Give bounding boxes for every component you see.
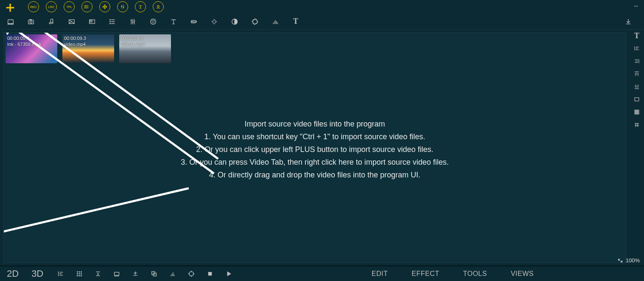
- tpl-button[interactable]: TPL: [64, 1, 75, 12]
- instructions-line: 4. Or directly drag and drop the video f…: [181, 169, 449, 181]
- menu-edit[interactable]: EDIT: [372, 270, 388, 278]
- svg-rect-45: [209, 272, 212, 275]
- overlay-icon[interactable]: [87, 17, 97, 26]
- thumb-name: video1.mp4: [121, 41, 169, 47]
- svg-rect-9: [8, 20, 14, 23]
- grid-icon[interactable]: [633, 121, 641, 129]
- battery-icon[interactable]: [189, 17, 199, 26]
- bottom-chevron-down-icon[interactable]: [93, 269, 103, 278]
- camera-icon[interactable]: [26, 17, 36, 26]
- text-icon[interactable]: [169, 17, 178, 26]
- instructions-overlay: Import source video files into the progr…: [181, 118, 449, 181]
- svg-rect-10: [8, 23, 14, 24]
- sparkle-icon[interactable]: [210, 17, 219, 26]
- svg-point-0: [85, 6, 85, 6]
- instructions-line: 2. Or you can click upper left PLUS butt…: [181, 143, 449, 156]
- instructions-title: Import source video files into the progr…: [181, 118, 449, 130]
- zoom-indicator[interactable]: 100%: [615, 256, 642, 265]
- align-right-icon[interactable]: [633, 57, 641, 65]
- resize-horizontal-icon[interactable]: ↔: [633, 3, 639, 9]
- bottom-align-icon[interactable]: [56, 269, 65, 278]
- grid-dense-icon[interactable]: [633, 108, 641, 116]
- text-serif-icon[interactable]: T: [633, 31, 641, 40]
- svg-point-1: [85, 6, 85, 7]
- sliders-icon[interactable]: [128, 17, 137, 26]
- svg-point-36: [79, 273, 80, 274]
- bottom-target-icon[interactable]: [187, 269, 196, 278]
- svg-point-3: [104, 5, 106, 6]
- lrc-button[interactable]: LRC: [46, 1, 57, 12]
- music-icon[interactable]: [47, 17, 56, 26]
- mode-3d-button[interactable]: 3D: [31, 268, 43, 279]
- mode-2d-button[interactable]: 2D: [7, 268, 19, 279]
- adjust-circle-button[interactable]: [117, 1, 128, 12]
- svg-point-4: [104, 8, 106, 9]
- equalizer-icon[interactable]: [271, 17, 280, 26]
- svg-point-32: [77, 271, 78, 272]
- instructions-line: 1. You can use shortcut key "Ctrl + 1" t…: [181, 130, 449, 143]
- media-pane[interactable]: 00:00:05.4 Ink - 67358.mp4 00:00:09.3 vi…: [3, 32, 626, 263]
- media-thumb[interactable]: 00:00:24.9 video1.mp4: [119, 34, 171, 63]
- svg-line-30: [4, 188, 189, 232]
- contrast-icon[interactable]: [230, 17, 239, 26]
- video-tab-icon[interactable]: [6, 17, 15, 26]
- menu-views[interactable]: VIEWS: [511, 270, 534, 278]
- rec-button[interactable]: REC: [28, 1, 39, 12]
- smile-icon[interactable]: [148, 17, 158, 26]
- thumb-time: 00:00:05.4: [7, 35, 56, 41]
- bottom-layers-icon[interactable]: [149, 269, 159, 278]
- menu-tools[interactable]: TOOLS: [463, 270, 487, 278]
- instructions-line: 3. Or you can press Video Tab, then righ…: [181, 156, 449, 169]
- svg-point-15: [51, 22, 53, 23]
- top-secondary-toolbar: T: [0, 14, 644, 30]
- bottom-branch-icon[interactable]: [131, 269, 140, 278]
- top-primary-toolbar: ＋ REC LRC TPL: [0, 0, 644, 14]
- fullscreen-box-icon[interactable]: [633, 95, 641, 104]
- svg-rect-41: [115, 272, 119, 275]
- align-top-icon[interactable]: [633, 70, 641, 78]
- thumb-time: 00:00:24.9: [121, 35, 169, 41]
- svg-point-33: [79, 271, 80, 272]
- download-icon[interactable]: [624, 17, 633, 26]
- list-icon[interactable]: [108, 17, 117, 26]
- svg-point-22: [151, 19, 156, 24]
- svg-point-14: [49, 22, 51, 24]
- svg-point-23: [152, 20, 152, 21]
- svg-point-40: [81, 275, 82, 276]
- svg-point-8: [157, 6, 159, 7]
- bottom-grid-icon[interactable]: [75, 269, 84, 278]
- svg-rect-13: [30, 19, 31, 20]
- align-left-icon[interactable]: [633, 44, 641, 53]
- svg-point-19: [110, 19, 111, 20]
- svg-rect-26: [196, 21, 197, 22]
- flower-circle-button[interactable]: [99, 1, 110, 12]
- user-circle-button[interactable]: [153, 1, 164, 12]
- svg-point-39: [79, 275, 80, 276]
- media-thumb[interactable]: 00:00:05.4 Ink - 67358.mp4: [6, 34, 57, 63]
- svg-point-38: [77, 275, 78, 276]
- thumbnail-row: 00:00:05.4 Ink - 67358.mp4 00:00:09.3 vi…: [4, 33, 626, 65]
- svg-point-35: [77, 273, 78, 274]
- align-bottom-icon[interactable]: [633, 82, 641, 91]
- media-thumb[interactable]: 00:00:09.3 video.mp4: [62, 34, 114, 63]
- add-button[interactable]: ＋: [3, 0, 17, 14]
- bottom-play-icon[interactable]: [224, 269, 233, 278]
- bottom-frame-icon[interactable]: [112, 269, 121, 278]
- list-circle-button[interactable]: [81, 1, 92, 12]
- svg-point-7: [104, 6, 105, 7]
- svg-rect-31: [635, 98, 639, 101]
- svg-point-6: [106, 6, 107, 8]
- svg-point-34: [81, 271, 82, 272]
- bold-text-icon[interactable]: T: [291, 17, 300, 26]
- bottom-toolbar: 2D 3D EDIT EFFECT TOOLS VIEWS: [0, 266, 644, 281]
- zoom-value: 100%: [626, 257, 640, 264]
- svg-point-5: [103, 6, 104, 8]
- transition-icon[interactable]: [67, 17, 76, 26]
- menu-effect[interactable]: EFFECT: [412, 270, 439, 278]
- bottom-stop-icon[interactable]: [205, 269, 215, 278]
- puzzle-icon[interactable]: [250, 17, 260, 26]
- svg-point-2: [85, 8, 85, 8]
- bottom-bars-icon[interactable]: [168, 269, 177, 278]
- thumb-name: video.mp4: [64, 41, 112, 47]
- text-circle-button[interactable]: [135, 1, 146, 12]
